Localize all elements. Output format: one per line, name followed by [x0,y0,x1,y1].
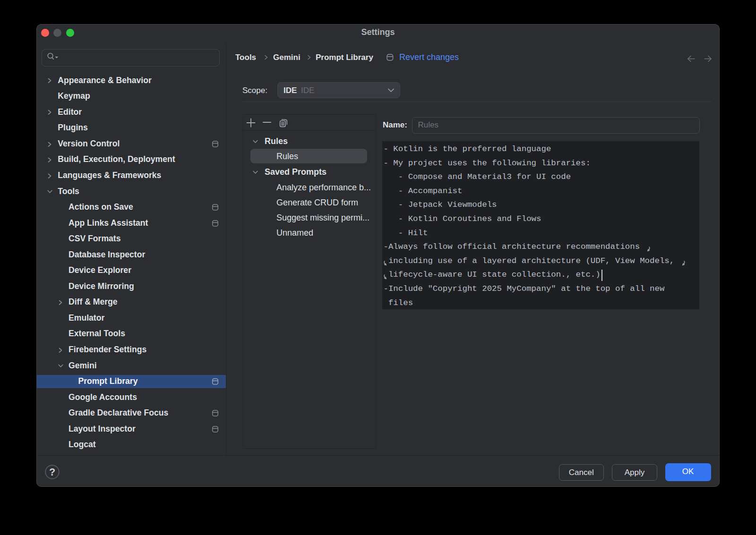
svg-text:?: ? [49,467,55,478]
